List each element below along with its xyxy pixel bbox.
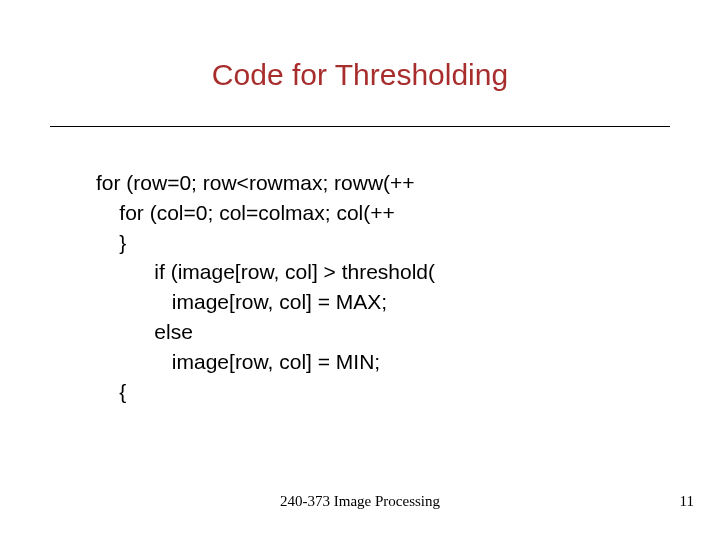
title-underline — [50, 126, 670, 127]
code-line: image[row, col] = MAX; — [96, 290, 387, 313]
code-line: } — [96, 231, 126, 254]
slide: Code for Thresholding for (row=0; row<ro… — [0, 0, 720, 540]
code-block: for (row=0; row<rowmax; roww(++ for (col… — [96, 168, 656, 407]
code-line: for (row=0; row<rowmax; roww(++ — [96, 171, 415, 194]
code-line: { — [96, 380, 126, 403]
footer-text: 240-373 Image Processing — [0, 493, 720, 510]
code-line: else — [96, 320, 193, 343]
code-line: image[row, col] = MIN; — [96, 350, 380, 373]
slide-title: Code for Thresholding — [0, 58, 720, 92]
page-number: 11 — [680, 493, 694, 510]
code-line: for (col=0; col=colmax; col(++ — [96, 201, 395, 224]
code-line: if (image[row, col] > threshold( — [96, 260, 435, 283]
